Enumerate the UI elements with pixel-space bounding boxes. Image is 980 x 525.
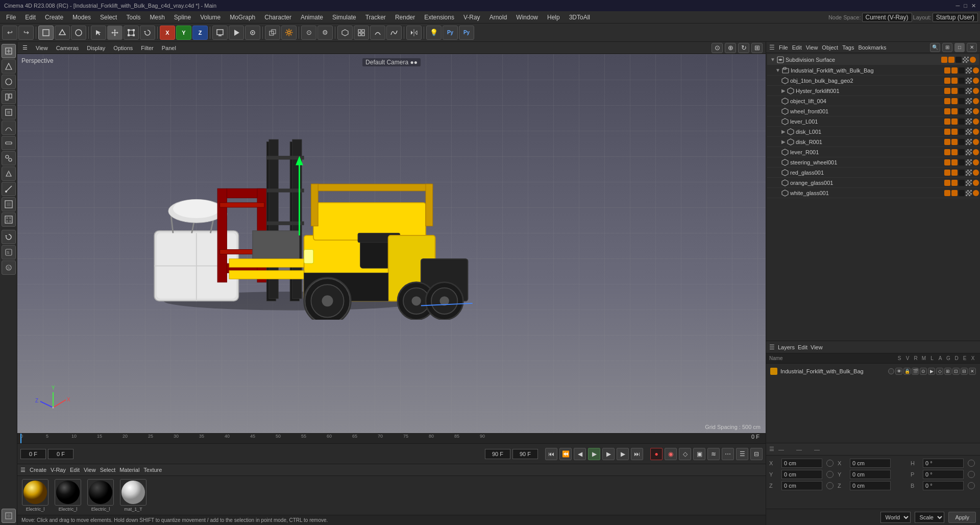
dim-h-val[interactable] — [923, 459, 964, 468]
mat-menu-select[interactable]: Select — [100, 467, 116, 473]
field-btn[interactable] — [354, 26, 369, 40]
viewport-display-menu[interactable]: Display — [85, 45, 107, 51]
coord-x2-val[interactable] — [850, 459, 891, 468]
play-btn[interactable]: ▶ — [588, 448, 600, 460]
mat-menu-create[interactable]: Create — [30, 467, 46, 473]
layer-gen-btn[interactable]: ◇ — [936, 368, 943, 375]
play-forward-btn[interactable]: ▶ — [602, 448, 615, 460]
menu-volume[interactable]: Volume — [196, 13, 225, 22]
tree-item-red-glass[interactable]: red_glass001 — [767, 168, 979, 178]
redo-btn[interactable]: ↪ — [18, 26, 34, 40]
menu-arnold[interactable]: Arnold — [485, 13, 511, 22]
anim-settings-btn[interactable]: ⋯ — [722, 448, 734, 460]
dim-p-val[interactable] — [923, 470, 964, 479]
tree-item-lever-r[interactable]: lever_R001 — [767, 147, 979, 157]
layer-item-forklift[interactable]: Industrial_Forklift_with_Bulk_Bag 👁 🔒 🎬 … — [768, 366, 978, 377]
material-item-2[interactable]: Electric_l — [53, 479, 83, 512]
viewport-ctrl-4[interactable]: ⊞ — [751, 43, 763, 53]
python2-btn[interactable]: Py — [459, 26, 474, 40]
om-btn3[interactable]: □ — [954, 43, 965, 52]
om-btn2[interactable]: ⊞ — [942, 43, 952, 52]
tree-item-orange-glass[interactable]: orange_glass001 — [767, 178, 979, 188]
menu-extensions[interactable]: Extensions — [420, 13, 458, 22]
tool-7[interactable] — [2, 136, 16, 150]
om-menu-toggle[interactable]: ☰ — [769, 44, 775, 51]
tree-item-hyster[interactable]: ▶ Hyster_forklift001 — [767, 86, 979, 96]
edge-mode-btn[interactable] — [71, 26, 86, 40]
menu-animate[interactable]: Animate — [297, 13, 327, 22]
tool-rotate[interactable] — [2, 230, 16, 244]
end-time-input[interactable] — [485, 449, 510, 459]
viewport-3d[interactable]: Perspective Default Camera ●● Grid Spaci… — [17, 54, 766, 433]
keyframe-btn[interactable]: ◇ — [679, 448, 691, 460]
tool-12[interactable] — [2, 212, 16, 227]
tree-item-wheel-front[interactable]: wheel_front001 — [767, 106, 979, 116]
menu-edit[interactable]: Edit — [21, 13, 40, 22]
motion-path-btn[interactable]: ≋ — [707, 448, 720, 460]
move-btn[interactable] — [107, 26, 122, 40]
material-item-3[interactable]: Electric_l — [86, 479, 115, 512]
render-view-btn[interactable] — [212, 26, 228, 40]
tool-6[interactable] — [2, 121, 16, 135]
layer-col-btn[interactable]: ⊟ — [961, 368, 968, 375]
viewport-options-menu[interactable]: Options — [111, 45, 135, 51]
poly-btn[interactable] — [337, 26, 353, 40]
model-mode-btn[interactable] — [38, 26, 54, 40]
menu-modes[interactable]: Modes — [68, 13, 95, 22]
coord-y2-val[interactable] — [850, 470, 891, 479]
om-menu-view[interactable]: View — [806, 44, 818, 51]
tree-item-subdiv-surface[interactable]: ▼ Subdivision Surface — [767, 54, 979, 65]
prev-keyframe-btn[interactable]: ◀ — [574, 448, 586, 460]
motion-record-btn[interactable]: ▣ — [693, 448, 705, 460]
render-btn[interactable] — [229, 26, 244, 40]
material-item-4[interactable]: mat_1_T — [118, 479, 148, 512]
lm-toggle[interactable]: ☰ — [769, 344, 775, 351]
current-time-input[interactable] — [48, 449, 74, 459]
menu-window[interactable]: Window — [512, 13, 542, 22]
viewport-ctrl-3[interactable]: ↻ — [738, 43, 749, 53]
go-to-end-btn[interactable]: ⏭ — [631, 448, 643, 460]
layer-vis-btn[interactable]: 👁 — [895, 368, 902, 375]
menu-tracker[interactable]: Tracker — [361, 13, 390, 22]
deform-btn[interactable] — [370, 26, 385, 40]
layer-btn[interactable]: ☰ — [736, 448, 748, 460]
mat-menu-material[interactable]: Material — [119, 467, 139, 473]
props-toggle[interactable]: ☰ — [769, 446, 774, 452]
mirror-btn[interactable] — [406, 26, 422, 40]
tool-10[interactable] — [2, 182, 16, 196]
view-cube-btn[interactable] — [265, 26, 280, 40]
param-btn[interactable]: ⊟ — [750, 448, 763, 460]
menu-simulate[interactable]: Simulate — [328, 13, 360, 22]
tool-3[interactable] — [2, 75, 16, 89]
undo-btn[interactable]: ↩ — [2, 26, 17, 40]
y-axis-btn[interactable]: Y — [176, 26, 191, 40]
next-keyframe-btn[interactable]: ▶ — [617, 448, 629, 460]
z-axis-btn[interactable]: Z — [192, 26, 208, 40]
close-btn[interactable]: ✕ — [971, 3, 976, 9]
x-axis-btn[interactable]: X — [160, 26, 175, 40]
menu-spline[interactable]: Spline — [170, 13, 195, 22]
auto-keyframe-btn[interactable]: ◉ — [665, 448, 677, 460]
om-search-btn[interactable]: 🔍 — [930, 43, 940, 52]
tool-2[interactable] — [2, 59, 16, 74]
coord-x-pos[interactable] — [781, 459, 822, 468]
maximize-btn[interactable]: □ — [964, 3, 967, 9]
tree-item-steering[interactable]: steering_wheel001 — [767, 157, 979, 168]
menu-tools[interactable]: Tools — [122, 13, 144, 22]
timeline-ruler[interactable]: 0 5 10 15 20 25 30 35 40 45 50 55 60 65 … — [17, 434, 766, 444]
coord-y-pos[interactable] — [781, 470, 822, 479]
tool-8[interactable] — [2, 151, 16, 165]
coord-z2-val[interactable] — [850, 481, 891, 490]
tool-9[interactable] — [2, 166, 16, 181]
go-to-start-btn[interactable]: ⏮ — [545, 448, 557, 460]
render-settings-btn[interactable] — [245, 26, 260, 40]
start-time-input[interactable] — [20, 449, 46, 459]
tree-item-disk-l[interactable]: ▶ disk_L001 — [767, 127, 979, 137]
mesh-mode-btn[interactable] — [55, 26, 70, 40]
tool-4[interactable] — [2, 90, 16, 104]
spline-tool-btn[interactable] — [386, 26, 402, 40]
record-btn[interactable]: ● — [650, 448, 663, 460]
om-menu-file[interactable]: File — [779, 44, 788, 51]
lm-layers-menu[interactable]: Layers — [778, 344, 795, 350]
viewport-panel-menu[interactable]: Panel — [160, 45, 178, 51]
